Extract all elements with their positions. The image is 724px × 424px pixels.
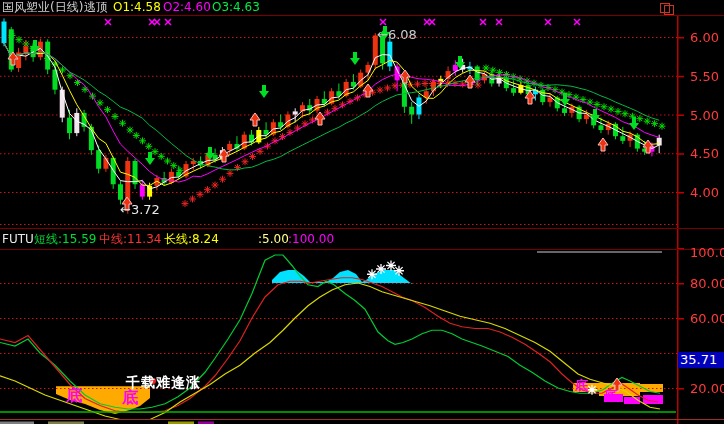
sub-axis-label: 100.0 — [690, 245, 724, 260]
sub-axis-label: 60.00 — [690, 311, 724, 326]
title-bar: 国风塑业(日线) 逃顶 O1:4.58 O2:4.60 O3:4.63 — [0, 0, 724, 15]
open2-value: O2:4.60 — [163, 0, 211, 15]
main-axis-label: 4.50 — [690, 146, 719, 161]
high-price-label: ←6.08 — [377, 27, 417, 42]
futu-header: FUTU 短线:15.59 中线:11.34 长线:8.24 :5.00 :10… — [0, 230, 724, 248]
trading-terminal-window: 国风塑业(日线) 逃顶 O1:4.58 O2:4.60 O3:4.63 FUTU… — [0, 0, 724, 424]
sub-axis-label: 80.00 — [690, 276, 724, 291]
indicator-name: FUTU — [2, 230, 34, 248]
short-line-value: 短线:15.59 — [34, 230, 96, 248]
open3-value: O3:4.63 — [212, 0, 260, 15]
panel-divider — [0, 228, 724, 229]
futu-separator — [0, 249, 724, 250]
signal-label: 逃顶 — [84, 0, 108, 15]
long-line-value: 长线:8.24 — [164, 230, 219, 248]
stock-title: 国风塑业(日线) — [2, 0, 83, 15]
header-separator — [0, 15, 724, 16]
low-price-label: ←3.72 — [120, 202, 160, 217]
main-axis-label: 6.00 — [690, 30, 719, 45]
bottom-signal-text: 底 — [66, 386, 83, 407]
param1-value: :5.00 — [258, 230, 289, 248]
bottom-separator — [0, 419, 724, 420]
main-axis-label: 4.00 — [690, 185, 719, 200]
main-axis-label: 5.00 — [690, 108, 719, 123]
chart-canvas[interactable] — [0, 0, 724, 424]
open1-value: O1:4.58 — [113, 0, 161, 15]
phrase-signal-text: 千载难逢涨 — [126, 374, 201, 392]
bottom-signal-text: 底 — [604, 387, 618, 405]
sub-axis-label: 20.00 — [690, 381, 724, 396]
param2-value: :100.00 — [288, 230, 334, 248]
current-value-badge: 35.71 — [678, 352, 724, 368]
main-axis-label: 5.50 — [690, 69, 719, 84]
bottom-signal-text: 底 — [575, 377, 589, 395]
window-restore-icon[interactable] — [660, 3, 674, 14]
mid-line-value: 中线:11.34 — [99, 230, 161, 248]
